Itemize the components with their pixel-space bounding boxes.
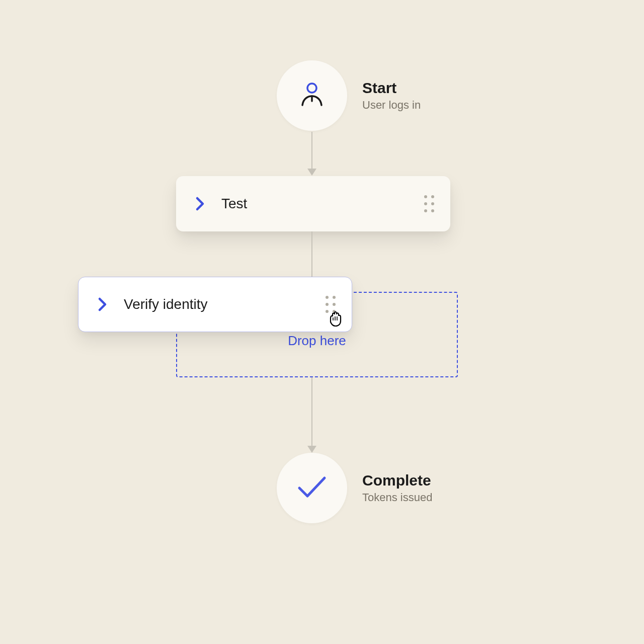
chevron-right-icon xyxy=(195,196,205,211)
step-label: Verify identity xyxy=(124,296,325,312)
start-node[interactable]: Start User logs in xyxy=(277,60,421,131)
start-circle xyxy=(277,60,347,131)
connector-arrow xyxy=(311,132,312,170)
connector-arrow xyxy=(311,231,312,282)
flow-canvas: Start User logs in Test Drop here Verify… xyxy=(0,0,644,644)
step-card-test[interactable]: Test xyxy=(176,176,450,231)
chevron-right-icon xyxy=(98,297,108,312)
complete-circle xyxy=(277,453,347,523)
step-label: Test xyxy=(221,196,423,212)
complete-labels: Complete Tokens issued xyxy=(362,472,432,504)
complete-node[interactable]: Complete Tokens issued xyxy=(277,453,432,523)
step-card-verify-identity[interactable]: Verify identity xyxy=(78,277,352,332)
connector-arrow xyxy=(311,376,312,447)
start-subtitle: User logs in xyxy=(362,99,421,112)
check-icon xyxy=(294,472,330,504)
user-icon xyxy=(297,80,327,111)
start-title: Start xyxy=(362,79,421,97)
grab-cursor-icon xyxy=(326,308,346,330)
drag-handle-icon[interactable] xyxy=(423,195,435,213)
arrowhead-icon xyxy=(307,169,316,176)
arrowhead-icon xyxy=(307,446,316,453)
svg-point-0 xyxy=(307,84,316,93)
start-labels: Start User logs in xyxy=(362,79,421,112)
drop-zone-label: Drop here xyxy=(288,333,346,349)
complete-title: Complete xyxy=(362,472,432,489)
complete-subtitle: Tokens issued xyxy=(362,491,432,504)
